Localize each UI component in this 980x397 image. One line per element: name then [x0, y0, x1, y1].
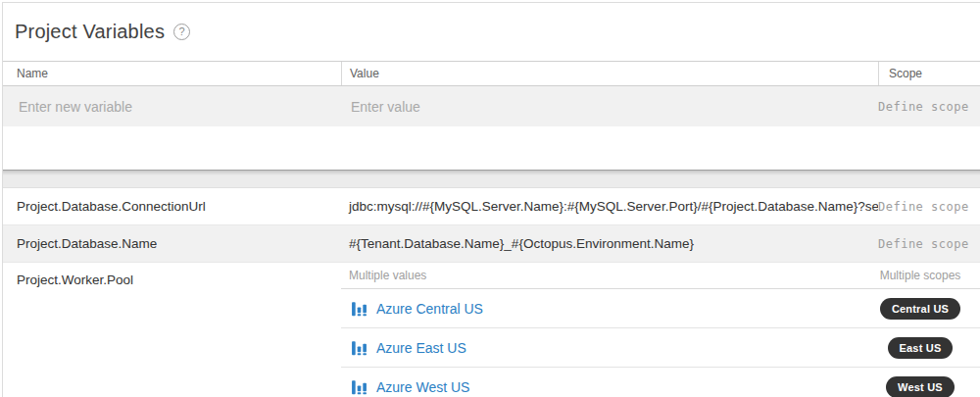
help-icon[interactable]: ? [173, 24, 190, 40]
worker-pool-link[interactable]: Azure East US [341, 339, 878, 356]
new-variable-row: Define scope [3, 86, 980, 126]
variable-name-cell[interactable]: Project.Database.Name [3, 236, 341, 251]
scope-badge: East US [888, 337, 954, 359]
worker-pool-item: Azure East US East US [341, 328, 980, 368]
column-header-name: Name [3, 62, 341, 85]
variable-row-workerpool: Project.Worker.Pool Multiple values Mult… [3, 263, 980, 397]
editor-spacer [3, 126, 980, 170]
new-variable-define-scope-button[interactable]: Define scope [878, 100, 980, 114]
worker-pool-link[interactable]: Azure Central US [341, 300, 878, 317]
multi-value-header: Multiple values Multiple scopes [341, 263, 980, 289]
worker-pool-item: Azure West US West US [341, 368, 980, 397]
variable-name-cell[interactable]: Project.Database.ConnectionUrl [3, 199, 341, 214]
variable-value-cell[interactable]: #{Tenant.Database.Name}_#{Octopus.Enviro… [341, 236, 878, 251]
scope-badge: West US [886, 376, 955, 397]
worker-pool-icon [351, 378, 368, 395]
project-variables-card: Project Variables ? Name Value Scope Def… [2, 2, 980, 397]
variable-name-cell[interactable]: Project.Worker.Pool [3, 263, 341, 287]
title-bar: Project Variables ? [3, 3, 980, 61]
worker-pool-link-label: Azure East US [376, 340, 466, 356]
variable-row-databasename: Project.Database.Name #{Tenant.Database.… [3, 225, 980, 263]
multiple-scopes-label: Multiple scopes [878, 269, 980, 282]
variable-value-cell[interactable]: jdbc:mysql://#{MySQL.Server.Name}:#{MySQ… [341, 199, 878, 214]
column-header-scope: Scope [878, 62, 980, 85]
worker-pool-item: Azure Central US Central US [341, 289, 980, 328]
worker-pool-link-label: Azure Central US [376, 301, 483, 317]
scope-badge: Central US [880, 298, 960, 320]
new-variable-name-input[interactable] [17, 98, 313, 116]
multi-value-area: Multiple values Multiple scopes Azu [341, 263, 980, 397]
new-variable-value-input[interactable] [349, 98, 829, 116]
scrolled-row-partial [3, 170, 980, 188]
worker-pool-link-label: Azure West US [376, 379, 469, 395]
worker-pool-icon [351, 300, 368, 317]
column-header-value: Value [341, 62, 878, 85]
worker-pool-icon [351, 339, 368, 356]
table-header: Name Value Scope [3, 61, 980, 86]
define-scope-button[interactable]: Define scope [878, 200, 980, 214]
variable-row-connectionurl: Project.Database.ConnectionUrl jdbc:mysq… [3, 188, 980, 225]
define-scope-button[interactable]: Define scope [878, 237, 980, 251]
multiple-values-label: Multiple values [341, 269, 878, 282]
page-title: Project Variables [15, 21, 165, 43]
worker-pool-link[interactable]: Azure West US [341, 378, 878, 395]
